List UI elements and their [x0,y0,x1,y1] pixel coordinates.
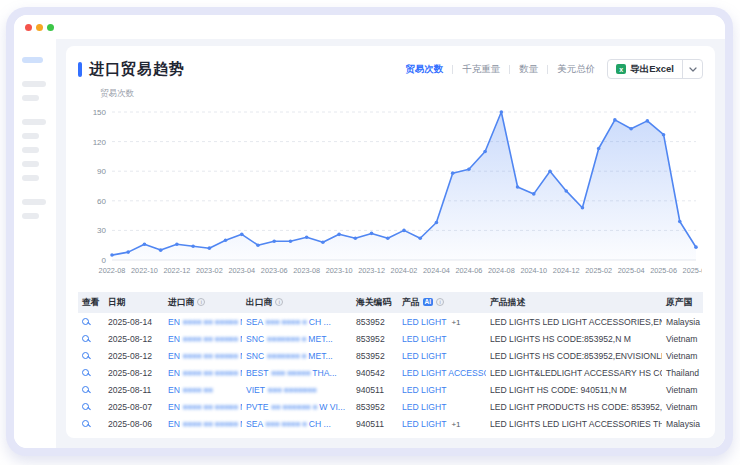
product-tag-link[interactable]: LED LIGHT [402,402,446,412]
cell-exporter-link[interactable]: SEA ■■■ ■■■■ ■ CH ... [242,313,352,330]
cell-exporter-link[interactable]: BEST ■■■ ■■■■■ THA... [242,364,352,381]
info-icon[interactable]: i [275,298,283,306]
chart-data-point[interactable] [110,253,114,257]
cell-hs-code: 853952 [352,330,398,347]
product-tag-link[interactable]: LED LIGHT [402,385,446,395]
chart-data-point[interactable] [435,221,439,225]
view-detail-search-icon[interactable] [82,335,89,342]
chart-data-point[interactable] [678,220,682,224]
chart-data-point[interactable] [256,243,260,247]
chart-data-point[interactable] [548,169,552,173]
sidebar-item-placeholder-3[interactable] [22,119,46,125]
cell-exporter-link[interactable]: VIET ■■■ ■■■■■■■ [242,381,352,398]
chart-data-point[interactable] [191,244,195,248]
cell-product-description: LED LIGHT HS CODE: 940511,N M [486,381,662,398]
info-icon[interactable]: i [197,298,205,306]
sidebar-item-placeholder-6[interactable] [22,161,39,167]
chart-data-point[interactable] [386,236,390,240]
cell-importer-link[interactable]: EN ■■■■ ■■ ■■■■■ NG L... [164,347,242,364]
product-tag-link[interactable]: LED LIGHT [402,351,446,361]
chart-data-point[interactable] [305,236,309,240]
chart-data-point[interactable] [483,150,487,154]
trend-chart[interactable]: 03060901201502022-082022-102022-122023-0… [78,100,703,286]
view-detail-search-icon[interactable] [82,369,89,376]
tab-metric-1[interactable]: 千克重量 [462,63,500,76]
product-tag-link[interactable]: LED LIGHT [402,334,446,344]
chart-data-point[interactable] [272,239,276,243]
cell-date: 2025-08-12 [104,347,164,364]
chart-data-point[interactable] [321,240,325,244]
chart-data-point[interactable] [451,171,455,175]
chart-data-point[interactable] [402,229,406,233]
chart-data-point[interactable] [240,233,244,237]
chart-data-point[interactable] [532,192,536,196]
chart-data-point[interactable] [289,239,293,243]
sidebar-item-active[interactable] [22,57,43,63]
chart-data-point[interactable] [629,127,633,131]
product-more-count[interactable]: +1 [451,318,460,327]
product-tag-link[interactable]: LED LIGHT ACCESSORY [402,368,486,378]
trend-card: 进口贸易趋势 贸易次数千克重量数量美元总价 x 导出Excel [66,46,715,438]
chart-data-point[interactable] [208,246,212,250]
chart-data-point[interactable] [370,232,374,236]
tab-metric-3[interactable]: 美元总价 [557,63,595,76]
chart-data-point[interactable] [175,242,179,246]
chart-data-point[interactable] [143,242,147,246]
sidebar-item-placeholder-7[interactable] [22,175,39,181]
minimize-window-button[interactable] [36,24,43,31]
cell-importer-link[interactable]: EN ■■■■ ■■ ■■■■■ NG L... [164,313,242,330]
company-name-redacted: ■■■■ ■■ ■■■■■ [182,419,237,429]
x-axis-tick: 2025-08 [683,266,702,275]
column-header-label: 原产国 [666,297,692,307]
chart-data-point[interactable] [581,206,585,210]
chart-data-point[interactable] [418,236,422,240]
view-detail-search-icon[interactable] [82,318,89,325]
sidebar-item-placeholder-9[interactable] [22,213,39,219]
tab-metric-0[interactable]: 贸易次数 [405,63,443,76]
chart-data-point[interactable] [354,236,358,240]
chart-data-point[interactable] [337,233,341,237]
chart-data-point[interactable] [597,147,601,151]
sidebar-item-placeholder-8[interactable] [22,199,46,205]
chart-data-point[interactable] [467,167,471,171]
view-detail-search-icon[interactable] [82,403,89,410]
tab-metric-2[interactable]: 数量 [519,63,538,76]
maximize-window-button[interactable] [47,24,54,31]
product-more-count[interactable]: +1 [451,420,460,429]
chart-data-point[interactable] [126,250,130,254]
cell-importer-link[interactable]: EN ■■■■ ■■ ■■■■■ NG L... [164,398,242,415]
view-detail-search-icon[interactable] [82,352,89,359]
cell-importer-link[interactable]: EN ■■■■ ■■ ■■■■■ NG L... [164,330,242,347]
export-dropdown-button[interactable] [682,60,702,78]
sidebar-item-placeholder-5[interactable] [22,147,39,153]
chart-data-point[interactable] [564,189,568,193]
chart-data-point[interactable] [613,118,617,122]
chart-data-point[interactable] [516,185,520,189]
chart-data-point[interactable] [500,110,504,114]
view-detail-search-icon[interactable] [82,420,89,427]
export-excel-button[interactable]: x 导出Excel [608,60,682,78]
cell-exporter-link[interactable]: SEA ■■■ ■■■■ ■ CH ... [242,415,352,432]
cell-importer-link[interactable]: EN ■■■■ ■■ ■■■■■ NG L... [164,415,242,432]
view-detail-search-icon[interactable] [82,386,89,393]
cell-importer-link[interactable]: EN ■■■■ ■■ ■■■■■ NG L... [164,364,242,381]
cell-importer-link[interactable]: EN ■■■■ ■■ [164,381,242,398]
close-window-button[interactable] [25,24,32,31]
sidebar-item-placeholder-2[interactable] [22,95,39,101]
cell-exporter-link[interactable]: PVTE ■■ ■■■■■■ ■ W VI... [242,398,352,415]
chart-data-point[interactable] [159,248,163,252]
cell-origin-country: Vietnam [662,398,703,415]
info-icon[interactable]: i [436,298,444,306]
y-axis-tick: 0 [102,256,107,265]
chart-data-point[interactable] [646,119,650,123]
cell-exporter-link[interactable]: SNC ■■■■■■■ ■ MET... [242,347,352,364]
sidebar-item-placeholder-4[interactable] [22,133,39,139]
product-tag-link[interactable]: LED LIGHT [402,419,446,429]
chart-data-point[interactable] [694,245,698,249]
chart-data-point[interactable] [224,238,228,242]
export-button-label: 导出Excel [630,63,674,76]
chart-data-point[interactable] [662,133,666,137]
product-tag-link[interactable]: LED LIGHT [402,317,446,327]
cell-exporter-link[interactable]: SNC ■■■■■■■ ■ MET... [242,330,352,347]
sidebar-item-placeholder-1[interactable] [22,81,46,87]
